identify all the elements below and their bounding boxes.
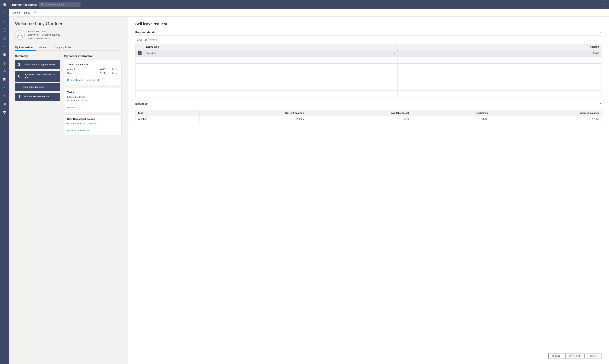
sick-value: 72.00	[99, 72, 111, 75]
search-box[interactable]: 🔍	[39, 2, 80, 7]
tasks-card: Tasks 0 Overdue tasks 0 Tasks due today …	[64, 88, 121, 112]
team-absence-tile[interactable]: 🗓 Team absence calendar	[15, 93, 60, 101]
summary-title: Summary	[15, 54, 60, 58]
request-time-off-link[interactable]: Request time off	[67, 79, 84, 82]
balances-updated-cell: 231.65	[490, 116, 601, 122]
nav-person-icon[interactable]: 👤	[0, 17, 9, 26]
questionnaires-tile[interactable]: 0 Questionnaires assigned to me	[15, 71, 60, 82]
add-button[interactable]: + Add	[135, 39, 142, 41]
tasks-actions: 👁 View tasks	[67, 104, 118, 109]
left-navigation: ⊞ ⌂ 👤 ◯ 👥 ✓ 📋 🏅 ⚙ 📊 ≡ ↑ ⊞ 💬	[0, 0, 9, 364]
toolbar-search-icon[interactable]: 🔍	[34, 11, 37, 14]
panel-footer: Submit Save draft Cancel	[135, 346, 601, 359]
summary-column: Summary 3 Work items assigned to me 0 Qu…	[15, 54, 60, 137]
app-menu-button[interactable]: ⊞	[0, 0, 9, 9]
nav-checklist-icon[interactable]: ✓	[0, 42, 9, 51]
edit-personal-details-link[interactable]: ✏ Edit personal details	[28, 37, 60, 40]
nav-home-icon[interactable]: ⌂	[0, 9, 9, 17]
search-input[interactable]	[45, 3, 75, 6]
nav-badge-icon[interactable]: 🏅	[0, 59, 9, 67]
cancel-button[interactable]: Cancel	[586, 353, 601, 359]
empty-row-1	[135, 57, 601, 64]
annual-label: Annual	[67, 68, 99, 71]
due-today-tasks-row: 0 Tasks due today	[67, 99, 118, 102]
time-off-more-button[interactable]: ...	[102, 79, 105, 82]
balances-current-cell: 256.65	[200, 116, 306, 122]
empty-row-6	[135, 91, 601, 97]
nav-group-icon[interactable]: 👥	[0, 34, 9, 42]
sub-toolbar: Options Links 🔍	[9, 9, 609, 16]
table-row[interactable]: ✓ Vacation ∨ 25.00	[135, 50, 601, 57]
options-menu[interactable]: Options	[12, 11, 21, 14]
nav-chart-icon[interactable]: 📊	[0, 75, 9, 84]
work-items-count: 3	[18, 62, 23, 67]
save-draft-button[interactable]: Save draft	[565, 353, 584, 359]
nav-list-icon[interactable]: ≡	[0, 84, 9, 92]
tab-my-information[interactable]: My information	[15, 44, 36, 51]
view-open-courses-link[interactable]: 👁 View open courses	[67, 129, 89, 132]
app-title: Human Resources	[12, 3, 37, 6]
top-bar: Human Resources 🔍	[9, 0, 609, 9]
team-absence-icon: 🗓	[18, 95, 21, 98]
tabs: My information My team Company Pulse	[15, 44, 121, 51]
nav-people-settings-icon[interactable]: ⚙	[0, 67, 9, 75]
time-off-card-title: Time Off Balances	[67, 63, 118, 66]
balances-type-cell: Vacation	[135, 116, 200, 122]
user-role: Director of Human Resources	[28, 33, 60, 36]
annual-value: -4.00	[99, 68, 111, 71]
view-time-off-link[interactable]: View time off	[87, 79, 99, 82]
request-detail-header: Request detail ∧	[135, 31, 601, 36]
balances-collapse-button[interactable]: ∧	[600, 102, 601, 105]
company-directory-tile[interactable]: ☰ Company directory	[15, 83, 60, 91]
tab-company-pulse[interactable]: Company Pulse	[51, 44, 74, 51]
sick-label: Sick	[67, 72, 99, 75]
no-courses-text: No future courses scheduled	[67, 122, 118, 125]
empty-row-3	[135, 70, 601, 77]
welcome-title: Welcome Lucy Gardner	[15, 21, 121, 26]
eye-courses-icon: 👁	[67, 129, 69, 132]
remove-button[interactable]: 🗑 Remove	[145, 39, 157, 41]
submit-button[interactable]: Submit	[548, 353, 564, 359]
nav-person2-icon[interactable]: ◯	[0, 26, 9, 34]
check-all-icon: ✓	[138, 45, 140, 48]
work-items-tile[interactable]: 3 Work items assigned to me	[15, 60, 60, 69]
courses-card: Next Registered Course No future courses…	[64, 114, 121, 135]
request-detail-collapse-button[interactable]: ∧	[600, 31, 601, 34]
balances-table: Type Current balance Available to sell R…	[135, 110, 601, 122]
nav-hierarchy-icon[interactable]: ⊞	[0, 100, 9, 108]
annual-unit: hours	[112, 68, 118, 71]
time-off-card: Time Off Balances Annual -4.00 hours Sic…	[64, 60, 121, 85]
time-off-actions: Request time off View time off ...	[67, 77, 118, 82]
balances-title: Balances	[135, 102, 148, 105]
user-info: Human Resources Director of Human Resour…	[28, 30, 60, 40]
sick-balance-row: Sick 72.00 hours	[67, 72, 118, 75]
company-directory-label: Company directory	[23, 86, 44, 89]
help-icon[interactable]: ?	[603, 2, 605, 6]
courses-actions: 👁 View open courses	[67, 127, 118, 132]
two-col-layout: Summary 3 Work items assigned to me 0 Qu…	[15, 54, 121, 137]
balances-col-type-header: Type	[135, 110, 200, 116]
sick-unit: hours	[112, 72, 118, 75]
row-leave-type-cell[interactable]: Vacation ∨	[144, 50, 398, 57]
overdue-tasks-row: 0 Overdue tasks	[67, 96, 118, 98]
balances-requested-cell: 25.00	[412, 116, 490, 122]
nav-chat-icon[interactable]: 💬	[0, 108, 9, 117]
request-detail-toolbar: + Add 🗑 Remove	[135, 39, 601, 41]
links-menu[interactable]: Links	[24, 11, 30, 14]
right-panel: Sell leave request Request detail ∧ + Ad…	[128, 16, 609, 364]
courses-card-title: Next Registered Course	[67, 117, 118, 120]
view-tasks-link[interactable]: 👁 View tasks	[67, 106, 81, 109]
search-icon: 🔍	[41, 3, 44, 6]
team-absence-label: Team absence calendar	[24, 95, 50, 98]
dropdown-arrow-icon: ∨	[394, 52, 395, 54]
balances-col-available-header: Available to sell	[306, 110, 412, 116]
row-amount-cell[interactable]: 25.00	[397, 50, 601, 57]
balances-col-updated-header: Updated balance	[490, 110, 601, 116]
company-directory-icon: ☰	[18, 85, 21, 89]
left-panel: Welcome Lucy Gardner Human Resources Dir…	[9, 16, 128, 364]
empty-row-4	[135, 77, 601, 84]
tab-my-team[interactable]: My team	[36, 44, 51, 51]
nav-document-icon[interactable]: 📋	[0, 51, 9, 59]
nav-upload-icon[interactable]: ↑	[0, 92, 9, 100]
balances-section: Balances ∧ Type Current balance Availabl…	[135, 102, 601, 122]
